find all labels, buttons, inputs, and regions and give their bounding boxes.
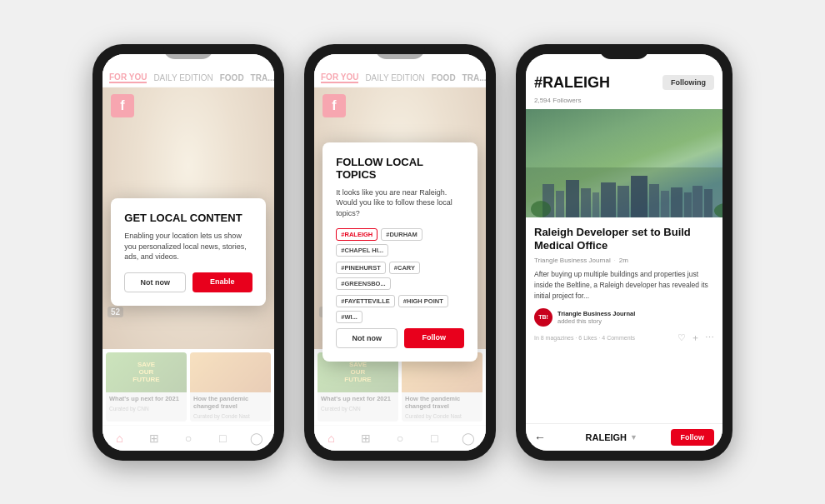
author-row: TB! Triangle Business Journal added this… — [534, 308, 714, 327]
modal-body-1: Enabling your location lets us show you … — [124, 231, 252, 262]
author-name: Triangle Business Journal — [558, 310, 635, 317]
svg-rect-14 — [704, 189, 712, 217]
raleigh-bottom-nav: ← RALEIGH ▼ Follow — [526, 423, 722, 451]
not-now-button-1[interactable]: Not now — [124, 272, 186, 292]
tag-fayetteville[interactable]: #FAYETTEVILLE — [336, 295, 395, 307]
raleigh-title: #RALEIGH — [534, 74, 610, 92]
modal-buttons-2: Not now Follow — [336, 328, 463, 348]
raleigh-header: #RALEIGH Following — [526, 54, 722, 97]
follow-button-2[interactable]: Follow — [404, 328, 464, 348]
svg-point-15 — [531, 201, 551, 217]
tag-pinehurst[interactable]: #PINEHURST — [336, 262, 386, 274]
chevron-down-icon[interactable]: ▼ — [630, 433, 638, 442]
raleigh-article: Raleigh Developer set to Build Medical O… — [526, 217, 722, 423]
modal-overlay-1: GET LOCAL CONTENT Enabling your location… — [102, 54, 274, 451]
city-skyline-svg — [526, 167, 722, 217]
back-arrow-icon[interactable]: ← — [534, 431, 546, 444]
tag-high-point[interactable]: #HIGH POINT — [398, 295, 448, 307]
tag-raleigh[interactable]: #RALEIGH — [336, 228, 378, 241]
phone-3: #RALEIGH Following 2,594 Followers — [516, 44, 732, 461]
phone-2: FOR YOU DAILY EDITION FOOD TRA... f 52 F… — [304, 44, 496, 461]
modal-title-1: GET LOCAL CONTENT — [124, 212, 252, 224]
svg-rect-6 — [601, 182, 616, 217]
article-body: After buying up multiple buildings and p… — [534, 269, 714, 301]
tag-cary[interactable]: #CARY — [389, 262, 420, 274]
modal-card-1: GET LOCAL CONTENT Enabling your location… — [111, 198, 265, 306]
svg-rect-5 — [592, 192, 599, 217]
tag-durham[interactable]: #DURHAM — [381, 228, 422, 241]
raleigh-nav-title-bar: RALEIGH ▼ — [552, 432, 671, 442]
svg-rect-9 — [649, 184, 659, 217]
tag-wi[interactable]: #WI... — [336, 311, 362, 323]
following-button[interactable]: Following — [662, 75, 714, 90]
screen-3: #RALEIGH Following 2,594 Followers — [526, 54, 722, 451]
added-story-block: Triangle Business Journal added this sto… — [558, 310, 635, 325]
svg-rect-3 — [566, 180, 579, 217]
svg-rect-11 — [671, 187, 682, 217]
article-title: Raleigh Developer set to Build Medical O… — [534, 226, 714, 254]
modal-overlay-2: FOLLOW LOCAL TOPICS It looks like you ar… — [314, 54, 486, 451]
topics-row-1: #RALEIGH #DURHAM #CHAPEL HI... — [336, 228, 463, 257]
svg-rect-8 — [631, 176, 648, 217]
tbj-avatar: TB! — [534, 308, 552, 327]
article-meta: In 8 magazines · 6 Likes · 4 Comments — [534, 335, 674, 341]
screen-2: FOR YOU DAILY EDITION FOOD TRA... f 52 F… — [314, 54, 486, 451]
svg-rect-2 — [556, 191, 564, 217]
enable-button-1[interactable]: Enable — [192, 272, 252, 292]
raleigh-nav-label: RALEIGH — [586, 432, 628, 442]
raleigh-followers: 2,594 Followers — [526, 97, 722, 109]
modal-body-2: It looks like you are near Raleigh. Woul… — [336, 187, 463, 219]
svg-rect-12 — [684, 192, 692, 217]
svg-rect-4 — [581, 188, 591, 217]
modal-card-2: FOLLOW LOCAL TOPICS It looks like you ar… — [322, 142, 477, 362]
article-footer-row: In 8 magazines · 6 Likes · 4 Comments ♡ … — [534, 332, 714, 344]
heart-icon[interactable]: ♡ — [678, 332, 686, 343]
svg-rect-10 — [661, 191, 669, 217]
topics-row-2: #PINEHURST #CARY #GREENSBO... — [336, 262, 463, 290]
plus-icon[interactable]: ＋ — [691, 332, 700, 344]
tbj-abbr: TB! — [538, 314, 548, 320]
phone-1: FOR YOU DAILY EDITION FOOD TRA... f 52 G… — [92, 44, 284, 461]
modal-buttons-1: Not now Enable — [124, 272, 252, 292]
topics-row-3: #FAYETTEVILLE #HIGH POINT #WI... — [336, 295, 463, 323]
article-actions: ♡ ＋ ⋯ — [678, 332, 714, 344]
article-source-line: Triangle Business Journal · 2m — [534, 257, 714, 264]
more-icon[interactable]: ⋯ — [705, 332, 714, 343]
article-source-name: Triangle Business Journal — [534, 257, 611, 264]
article-time: 2m — [619, 257, 628, 264]
tag-greensboro[interactable]: #GREENSBO... — [336, 277, 390, 290]
added-label: added this story — [558, 317, 635, 325]
dot-separator: · — [614, 257, 616, 263]
notch-3 — [599, 44, 649, 59]
not-now-button-2[interactable]: Not now — [336, 328, 398, 348]
svg-rect-7 — [618, 186, 629, 217]
follow-button-raleigh[interactable]: Follow — [671, 429, 715, 446]
modal-title-2: FOLLOW LOCAL TOPICS — [336, 156, 463, 181]
svg-rect-13 — [692, 186, 702, 217]
raleigh-city-image — [526, 109, 722, 217]
screen-1: FOR YOU DAILY EDITION FOOD TRA... f 52 G… — [102, 54, 274, 451]
tag-chapel-hill[interactable]: #CHAPEL HI... — [336, 244, 388, 257]
